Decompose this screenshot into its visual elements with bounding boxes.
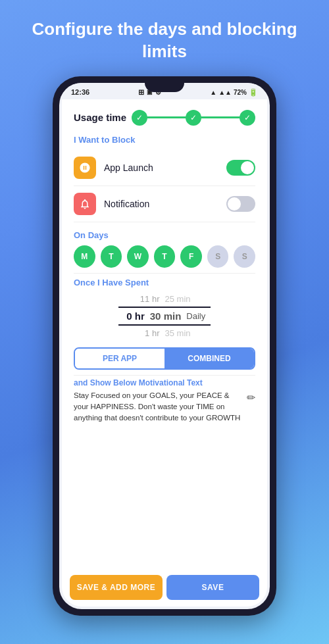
day-tuesday[interactable]: T — [101, 245, 122, 268]
step2-check: ✓ — [186, 110, 201, 126]
usage-time-row: Usage time ✓ ✓ ✓ — [62, 99, 267, 134]
segment1 — [147, 116, 186, 118]
day-wednesday[interactable]: W — [127, 245, 149, 268]
bottom-buttons: SAVE & ADD MORE SAVE — [62, 570, 267, 607]
cellular-icon: ▲▲ — [218, 89, 232, 96]
daily-label: Daily — [186, 311, 205, 321]
on-days-section: On Days M T W T F S S — [62, 222, 267, 273]
time-divider — [118, 307, 211, 308]
status-time: 12:36 — [71, 88, 89, 96]
active-time-row: 0 hr 30 min Daily — [124, 309, 205, 323]
motivational-title: and Show Below Motivational Text — [74, 378, 255, 387]
time-above-row: 11 hr 25 min — [138, 293, 190, 305]
step1-check: ✓ — [132, 110, 147, 126]
day-saturday[interactable]: S — [207, 245, 229, 268]
time-active-min: 30 min — [150, 310, 182, 322]
edit-icon[interactable]: ✏ — [247, 391, 255, 404]
want-to-block-title: I Want to Block — [74, 135, 255, 145]
usage-time-label: Usage time — [74, 112, 126, 123]
battery-icon: 🔋 — [249, 88, 258, 97]
time-active-hr: 0 hr — [124, 310, 145, 322]
time-active-row: 0 hr 30 min — [124, 309, 182, 323]
time-below-row: 1 hr 35 min — [138, 327, 190, 339]
time-divider2 — [118, 324, 211, 326]
motivational-text: Stay Focused on your GOALS, your PEACE &… — [74, 390, 241, 424]
save-add-button[interactable]: SAVE & ADD MORE — [70, 575, 163, 600]
app-launch-toggle-knob — [241, 161, 254, 174]
time-above-hr: 11 hr — [138, 294, 159, 304]
app-launch-item: App Launch — [74, 150, 255, 186]
time-picker: 11 hr 25 min 0 hr 30 min Daily — [74, 293, 255, 339]
want-to-block-section: I Want to Block App Launch Notification — [62, 134, 267, 222]
phone-notch — [145, 83, 184, 92]
page-title: Configure the days and blocking limits — [0, 0, 329, 76]
battery-level: 72% — [234, 89, 247, 96]
app-launch-icon — [74, 157, 96, 179]
save-button[interactable]: SAVE — [166, 575, 259, 600]
phone-screen: 12:36 ⊞ ▣ ⚙ ▲ ▲▲ 72% 🔋 Usage time ✓ ✓ — [59, 83, 270, 609]
app-launch-label: App Launch — [104, 162, 226, 173]
days-row: M T W T F S S — [74, 245, 255, 268]
per-combined-row: PER APP COMBINED — [74, 347, 255, 370]
time-above-min: 25 min — [164, 294, 190, 304]
notification-toggle[interactable] — [226, 196, 255, 212]
day-sunday[interactable]: S — [234, 245, 255, 268]
segment2 — [201, 116, 240, 118]
app-launch-toggle[interactable] — [226, 160, 255, 176]
time-below-min: 35 min — [164, 328, 190, 338]
notification-toggle-knob — [228, 197, 241, 211]
combined-button[interactable]: COMBINED — [164, 349, 254, 368]
progress-line: ✓ ✓ ✓ — [132, 110, 255, 126]
once-spent-section: Once I Have Spent 11 hr 25 min 0 hr 30 m… — [62, 274, 267, 342]
time-below-hr: 1 hr — [138, 328, 159, 338]
screen-content: Usage time ✓ ✓ ✓ I Want to Block App Lau… — [62, 99, 267, 607]
motivational-text-row: Stay Focused on your GOALS, your PEACE &… — [74, 390, 255, 424]
day-friday[interactable]: F — [180, 245, 202, 268]
notification-icon — [74, 193, 96, 215]
day-monday[interactable]: M — [74, 245, 95, 268]
motivational-section: and Show Below Motivational Text Stay Fo… — [62, 376, 267, 570]
once-spent-title: Once I Have Spent — [74, 278, 255, 287]
on-days-title: On Days — [74, 230, 255, 240]
wifi-signal-icon: ▲ — [210, 89, 216, 96]
notification-item: Notification — [74, 186, 255, 222]
step3-check: ✓ — [240, 110, 255, 126]
status-right: ▲ ▲▲ 72% 🔋 — [210, 88, 258, 97]
day-thursday[interactable]: T — [154, 245, 176, 268]
notification-label: Notification — [104, 199, 226, 209]
phone-frame: 12:36 ⊞ ▣ ⚙ ▲ ▲▲ 72% 🔋 Usage time ✓ ✓ — [53, 76, 276, 616]
hashtag-icon: ⊞ — [138, 88, 144, 97]
per-app-button[interactable]: PER APP — [75, 349, 164, 368]
